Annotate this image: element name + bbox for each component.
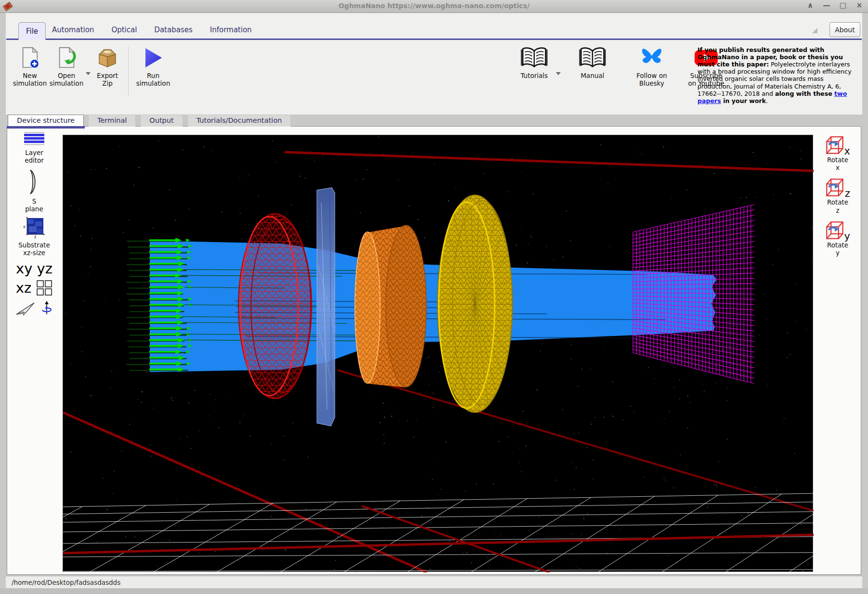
svg-text:x: x (23, 225, 26, 229)
resize-grip-icon (812, 28, 817, 33)
light-beam (150, 241, 716, 372)
bluesky-button[interactable]: Follow on Bluesky (631, 45, 672, 88)
window-edge (862, 13, 868, 594)
chevron-down-icon (556, 72, 561, 75)
run-simulation-button[interactable]: Run simulation (133, 45, 173, 88)
substrate-xz-size-label: Substrate xz-size (18, 242, 50, 257)
open-book-icon (521, 45, 548, 70)
window-edge (0, 588, 868, 594)
menu-tab-optical[interactable]: Optical (104, 22, 145, 39)
s-plane-label: S plane (25, 198, 43, 213)
rotate-z-button[interactable]: z Rotate z (825, 178, 850, 214)
rotate-y-button[interactable]: y Rotate y (825, 221, 850, 257)
lens-orange-wireframe (355, 225, 426, 387)
svg-text:z: z (34, 235, 36, 239)
manual-button[interactable]: Manual (573, 45, 612, 80)
3d-viewport[interactable] (63, 135, 813, 572)
export-zip-button[interactable]: Export Zip (92, 45, 123, 88)
substrate-image-icon: x z (23, 217, 46, 239)
rotate-cube-icon (825, 221, 844, 240)
minimize-window-icon[interactable]: — (823, 1, 830, 10)
rotate-cube-icon (825, 136, 844, 155)
optics-scene (63, 135, 814, 572)
menu-tab-information[interactable]: Information (202, 22, 260, 39)
menu-tab-databases[interactable]: Databases (146, 22, 200, 39)
menu-tab-automation[interactable]: Automation (44, 22, 102, 39)
guide-lines-dark-red-front (63, 506, 814, 572)
layer-editor-button[interactable] (23, 132, 45, 147)
tutorials-dropdown-button[interactable] (555, 72, 562, 75)
tab-output[interactable]: Output (140, 115, 183, 127)
open-simulation-button[interactable]: Open simulation (48, 45, 85, 88)
bluesky-butterfly-icon (639, 45, 664, 70)
about-button[interactable]: About (829, 22, 860, 37)
current-path: /home/rod/Desktop/fadsasdasdds (12, 579, 120, 586)
new-document-icon (19, 45, 41, 70)
substrate-xz-size-button[interactable]: x z (23, 217, 46, 241)
titlebar[interactable]: OghmaNano https://www.oghma-nano.com/opt… (0, 0, 868, 13)
play-icon (143, 45, 164, 70)
chevron-down-icon (86, 72, 91, 75)
curved-plane-icon (27, 169, 41, 195)
new-simulation-button[interactable]: New simulation (12, 45, 48, 88)
paper-plane-icon[interactable] (15, 301, 36, 316)
maximize-window-icon[interactable]: □ (839, 1, 847, 10)
lens-yellow-wireframe (437, 195, 513, 413)
shade-window-icon[interactable]: ∧ (806, 1, 814, 10)
view-xz-button[interactable]: xz (16, 280, 31, 296)
four-pane-grid-icon[interactable] (36, 280, 53, 296)
tab-terminal[interactable]: Terminal (88, 115, 136, 127)
rotate-x-button[interactable]: x Rotate x (825, 136, 850, 171)
s-plane-button[interactable] (27, 169, 41, 197)
package-box-icon (96, 45, 119, 70)
open-book-icon (579, 45, 606, 70)
tab-tutorials-documentation[interactable]: Tutorials/Documentation (187, 115, 291, 127)
rotate-cube-icon (825, 178, 844, 197)
statusbar: /home/rod/Desktop/fadsasdasdds (6, 576, 862, 588)
layer-editor-label: Layer editor (25, 149, 44, 164)
close-window-icon[interactable]: × (855, 1, 863, 10)
open-document-icon (55, 45, 78, 70)
window-edge (0, 13, 6, 594)
toolbar-separator (128, 46, 129, 96)
tab-device-structure[interactable]: Device structure (8, 115, 84, 127)
citation-text: If you publish results generated with Og… (697, 46, 859, 104)
open-dropdown-button[interactable] (85, 72, 92, 75)
tutorials-button[interactable]: Tutorials (513, 45, 555, 80)
menu-tab-file[interactable]: File (18, 22, 46, 40)
window-title: OghmaNano https://www.oghma-nano.com/opt… (0, 2, 868, 10)
layers-icon (23, 132, 45, 145)
rotate-axis-icon[interactable] (40, 301, 53, 316)
optical-plate-blue (317, 188, 335, 426)
menu-underline (6, 39, 862, 40)
view-xy-yz-button[interactable]: xy yz (16, 260, 53, 277)
lens-red-wireframe (238, 214, 312, 399)
